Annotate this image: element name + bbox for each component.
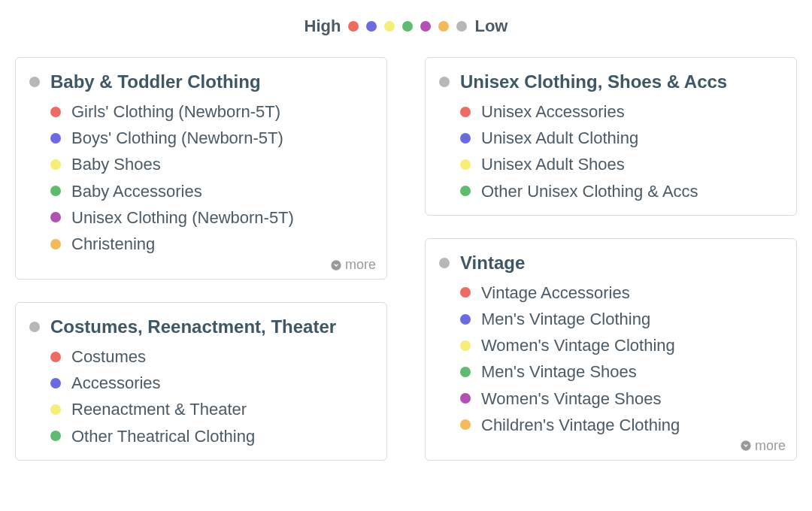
item-label: Reenactment & Theater <box>71 396 247 422</box>
more-button[interactable]: more <box>330 257 376 273</box>
chevron-down-circle-icon <box>330 259 342 271</box>
item-dot-icon <box>50 107 61 117</box>
item-dot-icon <box>50 431 61 441</box>
legend-high-label: High <box>304 17 341 36</box>
list-item[interactable]: Women's Vintage Shoes <box>460 386 783 412</box>
card-items: CostumesAccessoriesReenactment & Theater… <box>50 343 373 449</box>
card-header[interactable]: Costumes, Reenactment, Theater <box>29 316 373 337</box>
item-label: Men's Vintage Clothing <box>481 306 650 332</box>
card-dot-icon <box>439 77 450 87</box>
legend-dot-purple <box>420 21 431 32</box>
card-title: Unisex Clothing, Shoes & Accs <box>460 71 727 92</box>
item-dot-icon <box>460 419 471 430</box>
item-label: Baby Shoes <box>71 151 161 177</box>
item-label: Baby Accessories <box>71 178 202 204</box>
column-1: Unisex Clothing, Shoes & AccsUnisex Acce… <box>425 57 797 461</box>
list-item[interactable]: Unisex Clothing (Newborn-5T) <box>50 204 373 231</box>
card-header[interactable]: Unisex Clothing, Shoes & Accs <box>439 71 783 92</box>
list-item[interactable]: Baby Shoes <box>50 151 373 177</box>
card-costumes: Costumes, Reenactment, TheaterCostumesAc… <box>15 302 387 461</box>
list-item[interactable]: Reenactment & Theater <box>50 396 373 422</box>
legend-dot-blue <box>366 21 377 32</box>
item-dot-icon <box>460 133 471 144</box>
list-item[interactable]: Children's Vintage Clothing <box>460 412 783 436</box>
priority-legend: High Low <box>15 17 797 36</box>
list-item[interactable]: Christening <box>50 231 373 255</box>
card-header[interactable]: Vintage <box>439 252 783 274</box>
list-item[interactable]: Unisex Adult Clothing <box>460 125 783 151</box>
list-item[interactable]: Vintage Accessories <box>460 280 783 306</box>
legend-dots <box>348 21 467 32</box>
card-title: Baby & Toddler Clothing <box>50 71 261 92</box>
card-items: Vintage AccessoriesMen's Vintage Clothin… <box>460 280 783 436</box>
list-item[interactable]: Unisex Accessories <box>460 98 783 125</box>
card-header[interactable]: Baby & Toddler Clothing <box>29 71 373 92</box>
item-label: Vintage Accessories <box>481 280 630 306</box>
card-title: Costumes, Reenactment, Theater <box>50 316 336 337</box>
item-dot-icon <box>460 107 471 117</box>
list-item[interactable]: Baby Accessories <box>50 178 373 204</box>
card-vintage: VintageVintage AccessoriesMen's Vintage … <box>425 238 797 461</box>
list-item[interactable]: Men's Vintage Clothing <box>460 306 783 332</box>
list-item[interactable]: Costumes <box>50 343 373 370</box>
item-label: Other Unisex Clothing & Accs <box>481 178 698 204</box>
item-dot-icon <box>50 186 61 196</box>
item-label: Women's Vintage Clothing <box>481 332 675 358</box>
list-item[interactable]: Accessories <box>50 370 373 396</box>
column-0: Baby & Toddler ClothingGirls' Clothing (… <box>15 57 387 461</box>
list-item[interactable]: Unisex Adult Shoes <box>460 151 783 177</box>
item-label: Girls' Clothing (Newborn-5T) <box>71 98 280 125</box>
item-dot-icon <box>460 367 471 377</box>
item-label: Unisex Accessories <box>481 98 625 125</box>
item-label: Women's Vintage Shoes <box>481 386 661 412</box>
item-label: Other Theatrical Clothing <box>71 423 255 449</box>
item-dot-icon <box>460 186 471 196</box>
card-dot-icon <box>29 322 40 332</box>
list-item[interactable]: Boys' Clothing (Newborn-5T) <box>50 125 373 151</box>
item-label: Children's Vintage Clothing <box>481 412 680 436</box>
item-dot-icon <box>460 159 471 170</box>
item-label: Unisex Clothing (Newborn-5T) <box>71 204 294 231</box>
list-item[interactable]: Girls' Clothing (Newborn-5T) <box>50 98 373 125</box>
item-label: Men's Vintage Shoes <box>481 358 637 385</box>
item-label: Boys' Clothing (Newborn-5T) <box>71 125 283 151</box>
item-label: Accessories <box>71 370 161 396</box>
card-baby-toddler: Baby & Toddler ClothingGirls' Clothing (… <box>15 57 387 280</box>
legend-dot-orange <box>438 21 449 32</box>
card-columns: Baby & Toddler ClothingGirls' Clothing (… <box>15 57 797 461</box>
item-dot-icon <box>50 378 61 389</box>
more-label: more <box>755 438 786 454</box>
item-dot-icon <box>50 239 61 249</box>
legend-dot-green <box>402 21 413 32</box>
legend-low-label: Low <box>474 17 508 36</box>
item-dot-icon <box>50 352 61 362</box>
card-title: Vintage <box>460 252 525 274</box>
item-dot-icon <box>50 159 61 170</box>
item-dot-icon <box>50 212 61 222</box>
list-item[interactable]: Other Theatrical Clothing <box>50 423 373 449</box>
list-item[interactable]: Men's Vintage Shoes <box>460 358 783 385</box>
card-unisex: Unisex Clothing, Shoes & AccsUnisex Acce… <box>425 57 797 216</box>
item-dot-icon <box>460 314 471 325</box>
card-items: Unisex AccessoriesUnisex Adult ClothingU… <box>460 98 783 204</box>
more-label: more <box>345 257 376 273</box>
item-label: Unisex Adult Shoes <box>481 151 625 177</box>
item-dot-icon <box>460 287 471 298</box>
list-item[interactable]: Women's Vintage Clothing <box>460 332 783 358</box>
item-dot-icon <box>460 393 471 404</box>
legend-dot-grey <box>456 21 467 32</box>
card-dot-icon <box>29 77 40 87</box>
item-dot-icon <box>460 340 471 351</box>
item-label: Christening <box>71 231 155 255</box>
item-label: Unisex Adult Clothing <box>481 125 638 151</box>
legend-dot-yellow <box>384 21 395 32</box>
more-button[interactable]: more <box>740 438 786 454</box>
item-label: Costumes <box>71 343 146 370</box>
item-dot-icon <box>50 133 61 144</box>
card-items: Girls' Clothing (Newborn-5T)Boys' Clothi… <box>50 98 373 255</box>
list-item[interactable]: Other Unisex Clothing & Accs <box>460 178 783 204</box>
card-dot-icon <box>439 258 450 268</box>
legend-dot-red <box>348 21 359 32</box>
item-dot-icon <box>50 404 61 415</box>
chevron-down-circle-icon <box>740 440 752 452</box>
